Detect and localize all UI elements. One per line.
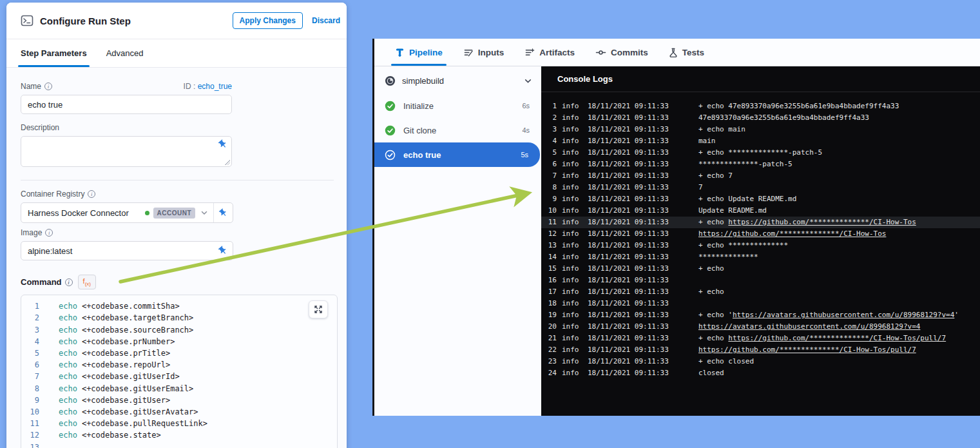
info-icon[interactable]: i xyxy=(45,229,53,237)
log-timestamp: 18/11/2021 09:11:33 xyxy=(588,309,671,321)
code-text: <+codebase.gitUser> xyxy=(82,394,170,406)
log-text: **************-patch-5 xyxy=(698,160,793,168)
execution-panel: Pipeline Inputs xyxy=(372,39,980,416)
line-number: 4 xyxy=(21,336,39,347)
log-row: 17info18/11/2021 09:11:33+ echo xyxy=(541,286,980,298)
apply-changes-button[interactable]: Apply Changes xyxy=(233,12,303,29)
stage-selector[interactable]: simplebuild xyxy=(374,70,541,91)
info-icon[interactable]: i xyxy=(44,83,52,90)
log-timestamp: 18/11/2021 09:11:33 xyxy=(588,286,671,298)
step-duration: 4s xyxy=(522,126,530,134)
tab-inputs[interactable]: Inputs xyxy=(463,39,504,66)
info-icon[interactable]: i xyxy=(88,190,95,198)
tab-pipeline[interactable]: Pipeline xyxy=(395,39,443,66)
code-line: 2echo<+codebase.targetBranch> xyxy=(21,312,337,324)
line-number: 3 xyxy=(21,324,39,336)
tab-advanced[interactable]: Advanced xyxy=(106,39,144,67)
log-number: 7 xyxy=(546,170,557,182)
code-text: <+codebase.sourceBranch> xyxy=(82,324,193,336)
chevron-down-icon[interactable] xyxy=(200,209,208,217)
log-text: + echo Update README.md xyxy=(698,195,796,203)
log-row: 20info18/11/2021 09:11:33https://avatars… xyxy=(541,321,980,333)
tab-commits[interactable]: Commits xyxy=(595,39,648,66)
log-link[interactable]: https://github.com/**************/CI-How… xyxy=(728,218,916,226)
log-timestamp: 18/11/2021 09:11:33 xyxy=(588,275,671,286)
code-keyword: echo xyxy=(59,312,77,324)
step-initialize[interactable]: Initialize 6s xyxy=(374,93,541,118)
log-number: 17 xyxy=(546,286,557,298)
line-number: 10 xyxy=(21,406,39,418)
code-line: 1echo<+codebase.commitSha> xyxy=(21,300,337,312)
log-message: + echo https://github.com/**************… xyxy=(698,333,946,344)
log-message: + echo xyxy=(698,286,724,298)
log-level: info xyxy=(562,170,582,182)
fullscreen-button[interactable] xyxy=(309,300,328,318)
step-git-clone[interactable]: Git clone 4s xyxy=(374,118,541,142)
tab-step-parameters[interactable]: Step Parameters xyxy=(21,39,87,67)
steps-sidebar: simplebuild Initialize 6s xyxy=(374,66,541,416)
log-message: 47e893370a96e3255b6a61e9ba4bbadef9ff4a33 xyxy=(698,112,869,124)
pin-icon[interactable] xyxy=(218,246,228,256)
log-text: + echo xyxy=(698,264,724,273)
container-registry-select[interactable]: Harness Docker Connector ACCOUNT xyxy=(21,202,233,223)
code-line: 6echo<+codebase.repoUrl> xyxy=(21,359,337,371)
log-timestamp: 18/11/2021 09:11:33 xyxy=(588,356,671,367)
log-level: info xyxy=(562,159,582,170)
log-message: + echo https://github.com/**************… xyxy=(698,217,916,228)
log-timestamp: 18/11/2021 09:11:33 xyxy=(588,228,671,240)
discard-button[interactable]: Discard xyxy=(312,16,340,25)
connector-status-dot xyxy=(145,211,149,215)
pipeline-icon xyxy=(395,48,405,57)
log-number: 19 xyxy=(546,309,557,321)
log-link[interactable]: https://avatars.githubusercontent.com/u/… xyxy=(733,311,954,319)
log-message: + echo ************** xyxy=(698,240,788,251)
code-text: <+codebase.state> xyxy=(82,429,161,441)
step-id-value[interactable]: echo_true xyxy=(198,82,232,91)
log-link[interactable]: https://github.com/**************/CI-How… xyxy=(698,346,916,354)
log-timestamp: 18/11/2021 09:11:33 xyxy=(588,251,671,263)
log-level: info xyxy=(562,309,582,321)
info-icon[interactable]: i xyxy=(65,278,73,286)
log-row: 2info18/11/2021 09:11:3347e893370a96e325… xyxy=(541,112,980,124)
log-level: info xyxy=(562,193,582,205)
image-input[interactable] xyxy=(21,241,233,260)
tab-artifacts[interactable]: Artifacts xyxy=(524,39,575,66)
panel-tabs: Step Parameters Advanced xyxy=(6,39,347,68)
log-number: 13 xyxy=(546,240,557,251)
step-parameters-form: Name i ID : echo_true Description xyxy=(6,68,347,448)
log-level: info xyxy=(562,182,582,193)
artifacts-icon xyxy=(524,48,535,57)
code-keyword: echo xyxy=(59,347,77,359)
log-link[interactable]: https://github.com/**************/CI-How… xyxy=(698,229,886,238)
commits-icon xyxy=(595,48,606,57)
log-row: 11info18/11/2021 09:11:33+ echo https://… xyxy=(541,217,980,228)
chevron-down-icon[interactable] xyxy=(524,77,532,85)
pin-icon xyxy=(218,208,228,218)
line-number: 7 xyxy=(21,371,39,382)
command-code-editor[interactable]: 1echo<+codebase.commitSha>2echo<+codebas… xyxy=(21,295,338,448)
line-number: 13 xyxy=(21,442,39,448)
console-logs-panel: Console Logs 1info18/11/2021 09:11:33+ e… xyxy=(541,66,980,416)
log-text: + echo xyxy=(698,218,728,226)
name-input[interactable] xyxy=(21,95,232,114)
log-row: 7info18/11/2021 09:11:33+ echo 7 xyxy=(541,170,980,182)
log-message: + echo 'https://avatars.githubuserconten… xyxy=(698,309,959,321)
log-text: + echo main xyxy=(698,125,745,133)
pin-slot[interactable] xyxy=(213,203,233,222)
log-level: info xyxy=(562,263,582,275)
log-message: + echo closed xyxy=(698,356,754,367)
expression-fx-button[interactable]: f(x) xyxy=(78,275,96,289)
log-level: info xyxy=(562,147,582,159)
log-timestamp: 18/11/2021 09:11:33 xyxy=(588,124,671,135)
tab-tests[interactable]: Tests xyxy=(669,39,704,66)
log-lines[interactable]: 1info18/11/2021 09:11:33+ echo 47e893370… xyxy=(541,92,980,379)
resize-handle[interactable] xyxy=(225,160,230,165)
pin-icon[interactable] xyxy=(218,139,228,150)
log-link[interactable]: https://github.com/**************/CI-How… xyxy=(728,334,946,342)
log-link[interactable]: https://avatars.githubusercontent.com/u/… xyxy=(698,322,920,331)
code-keyword: echo xyxy=(59,418,77,429)
step-echo-true[interactable]: echo true 5s xyxy=(374,142,540,167)
log-text: + echo closed xyxy=(698,357,754,365)
log-number: 16 xyxy=(546,275,557,286)
description-input[interactable] xyxy=(21,136,232,167)
